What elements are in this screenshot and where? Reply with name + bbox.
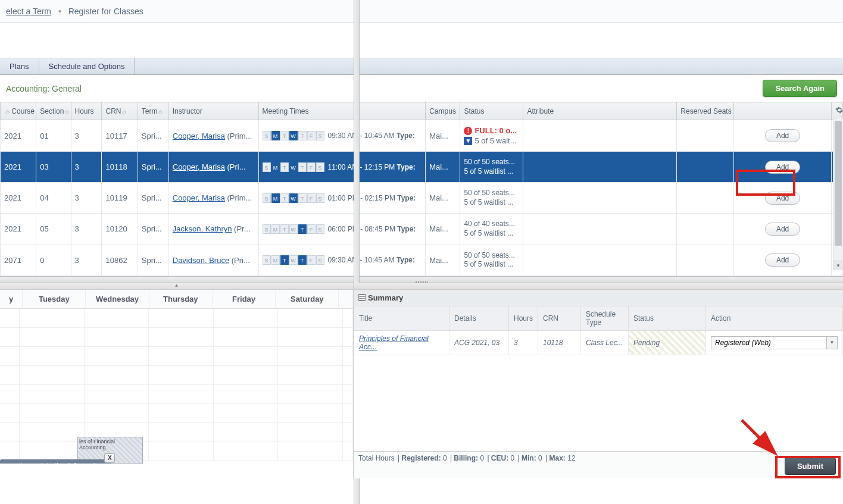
summary-action-cell: ▼: [706, 330, 843, 355]
summary-course-link[interactable]: Principles of Financial Acc...: [359, 334, 429, 351]
instructor-link[interactable]: Cooper, Marisa: [173, 162, 225, 171]
breadcrumb-prev[interactable]: elect a Term: [6, 7, 51, 16]
summary-title: Summary: [368, 293, 403, 302]
cell-reserved: [677, 214, 734, 245]
instructor-link[interactable]: Davidson, Bruce: [173, 256, 229, 265]
result-row[interactable]: 2021 03 3 10118 Spri... Cooper, Marisa (…: [1, 152, 843, 183]
totals-reg-label: Registered:: [402, 454, 441, 462]
cell-section: 05: [36, 214, 71, 245]
summary-table: Title Details Hours CRN Schedule Type St…: [354, 306, 843, 355]
horizontal-splitter[interactable]: [0, 276, 843, 282]
day-of-week: SMTWTFS: [263, 224, 324, 234]
cell-term: Spri...: [138, 152, 168, 183]
day-of-week: SMTWTFS: [263, 162, 324, 172]
search-again-button[interactable]: Search Again: [763, 80, 837, 97]
summary-details: ACG 2021, 03: [449, 330, 509, 355]
cell-term: Spri...: [138, 183, 168, 214]
totals-reg: 0: [443, 454, 447, 462]
col-crn[interactable]: CRN◇: [102, 102, 138, 120]
cell-campus: Mai...: [426, 120, 460, 152]
cell-crn: 10119: [102, 183, 138, 214]
result-row[interactable]: 2021 04 3 10119 Spri... Cooper, Marisa (…: [1, 183, 843, 214]
sum-col-details[interactable]: Details: [449, 306, 509, 330]
cell-reserved: [677, 152, 734, 183]
cell-hours: 3: [71, 120, 102, 152]
cell-attribute: [523, 245, 677, 276]
add-button[interactable]: Add: [765, 161, 800, 174]
add-button[interactable]: Add: [765, 223, 800, 236]
svg-line-0: [742, 420, 772, 450]
cell-attribute: [523, 183, 677, 214]
col-meeting[interactable]: Meeting Times: [258, 102, 426, 120]
instructor-link[interactable]: Cooper, Marisa: [173, 193, 225, 202]
tab-plans[interactable]: Plans: [0, 58, 39, 74]
sum-col-hours[interactable]: Hours: [509, 306, 538, 330]
col-attribute[interactable]: Attribute: [523, 102, 677, 120]
gear-icon: [835, 106, 842, 114]
result-row[interactable]: 2071 0 3 10862 Spri... Davidson, Bruce (…: [1, 245, 843, 276]
cell-add: Add: [733, 183, 831, 214]
full-icon: !: [464, 127, 472, 135]
cal-day-sat: Saturday: [276, 290, 339, 308]
sum-col-crn[interactable]: CRN: [538, 306, 581, 330]
cell-hours: 3: [71, 183, 102, 214]
cell-course: 2021: [1, 183, 36, 214]
col-reserved[interactable]: Reserved Seats: [677, 102, 734, 120]
col-section[interactable]: Section◇: [36, 102, 71, 120]
tooltip-close[interactable]: X: [104, 453, 115, 463]
cell-status: 50 of 50 seats...5 of 5 waitlist ...: [460, 183, 523, 214]
totals-bill-label: Billing:: [454, 454, 478, 462]
calendar-panel: y Tuesday Wednesday Thursday Friday Satu…: [0, 283, 354, 478]
cell-campus: Mai...: [426, 245, 460, 276]
cell-campus: Mai...: [426, 152, 460, 183]
results-scrollbar[interactable]: ▼: [833, 118, 843, 270]
sum-col-action[interactable]: Action: [706, 306, 843, 330]
sum-col-sched[interactable]: Schedule Type: [581, 306, 629, 330]
totals-max: 12: [567, 454, 575, 462]
tab-schedule-options[interactable]: Schedule and Options: [39, 58, 135, 74]
result-row[interactable]: 2021 05 3 10120 Spri... Jackson, Kathryn…: [1, 214, 843, 245]
sum-col-status[interactable]: Status: [629, 306, 706, 330]
col-course[interactable]: ◇ Course ⌃: [1, 102, 36, 120]
col-hours[interactable]: Hours: [71, 102, 102, 120]
calendar-notch[interactable]: [0, 283, 353, 290]
cell-status: 40 of 40 seats...5 of 5 waitlist ...: [460, 214, 523, 245]
summary-action-dropdown[interactable]: ▼: [827, 336, 838, 349]
instructor-link[interactable]: Jackson, Kathryn: [173, 224, 232, 233]
cell-campus: Mai...: [426, 214, 460, 245]
cell-hours: 3: [71, 152, 102, 183]
totals-ceu-label: CEU:: [491, 454, 508, 462]
cell-hours: 3: [71, 245, 102, 276]
add-button[interactable]: Add: [765, 129, 800, 142]
summary-panel: Summary Title Details Hours CRN Schedule…: [354, 283, 843, 478]
cell-meeting: SMTWTFS06:00 PM - 08:45 PM Type:: [258, 214, 426, 245]
summary-row: Principles of Financial Acc... ACG 2021,…: [354, 330, 843, 355]
scrollbar-thumb[interactable]: [835, 121, 842, 246]
cell-instructor: Cooper, Marisa (Prim...: [168, 120, 258, 152]
submit-button[interactable]: Submit: [785, 458, 836, 475]
cell-course: 2021: [1, 214, 36, 245]
calendar-grid: les of Financial Accounting ay extra reg…: [0, 309, 353, 464]
col-status[interactable]: Status: [460, 102, 523, 120]
col-term[interactable]: Term◇: [138, 102, 168, 120]
add-button[interactable]: Add: [765, 253, 800, 267]
scrollbar-down-arrow[interactable]: ▼: [833, 261, 843, 270]
totals-min-label: Min:: [522, 454, 536, 462]
col-gear[interactable]: [832, 102, 843, 120]
cell-status: 50 of 50 seats...5 of 5 waitlist ...: [460, 245, 523, 276]
cell-instructor: Cooper, Marisa (Prim...: [168, 183, 258, 214]
cell-crn: 10118: [102, 152, 138, 183]
cell-reserved: [677, 120, 734, 152]
summary-sched: Class Lec...: [581, 330, 629, 355]
summary-action-select[interactable]: [711, 336, 827, 349]
col-instructor[interactable]: Instructor: [168, 102, 258, 120]
add-button[interactable]: Add: [765, 192, 800, 205]
sum-col-title[interactable]: Title: [354, 306, 449, 330]
cell-reserved: [677, 183, 734, 214]
instructor-link[interactable]: Cooper, Marisa: [173, 132, 225, 140]
summary-notch[interactable]: [354, 283, 843, 290]
cell-add: Add: [733, 152, 831, 183]
col-campus[interactable]: Campus: [426, 102, 460, 120]
result-row[interactable]: 2021 01 3 10117 Spri... Cooper, Marisa (…: [1, 120, 843, 152]
cell-campus: Mai...: [426, 183, 460, 214]
